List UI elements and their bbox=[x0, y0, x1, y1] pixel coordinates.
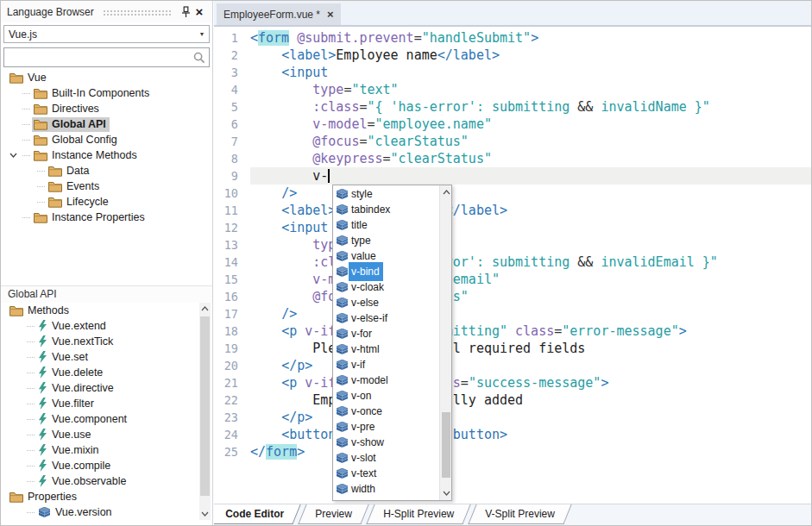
code-line-7[interactable]: 7 @focus="clearStatus" bbox=[214, 133, 812, 150]
tree-item-label: Vue.version bbox=[51, 505, 116, 520]
layers-icon bbox=[336, 235, 349, 247]
scroll-down-icon[interactable] bbox=[440, 487, 452, 499]
tree-item-vue-filter[interactable]: Vue.filter bbox=[1, 396, 212, 411]
method-icon bbox=[38, 366, 47, 379]
tree-connector bbox=[27, 512, 35, 513]
layers-icon bbox=[336, 297, 349, 309]
layers-icon bbox=[336, 282, 349, 293]
code-line-24[interactable]: 24 <button>Add Employee</button> bbox=[214, 426, 812, 443]
code-line-3[interactable]: 3 <input bbox=[214, 64, 812, 81]
language-dropdown[interactable]: Vue.js ▼ bbox=[3, 25, 210, 43]
code-line-9[interactable]: 9 v- bbox=[214, 167, 812, 185]
tree-connector bbox=[27, 466, 35, 467]
tab-code-editor[interactable]: Code Editor bbox=[214, 504, 301, 524]
code-line-23[interactable]: 23 </p> bbox=[214, 409, 812, 426]
scroll-down-icon[interactable] bbox=[199, 508, 211, 520]
folder-icon bbox=[48, 166, 62, 177]
tree-item-directives[interactable]: Directives bbox=[1, 101, 212, 116]
code-line-19[interactable]: 19 Please fill out all required fields bbox=[214, 340, 812, 357]
tree-item-lifecycle[interactable]: Lifecycle bbox=[1, 194, 212, 210]
tree-item-label: Vue.compile bbox=[47, 459, 114, 473]
chevron-expanded-icon[interactable] bbox=[9, 153, 20, 158]
tree-item-vue-use[interactable]: Vue.use bbox=[1, 427, 212, 442]
tree-connector bbox=[27, 326, 35, 327]
line-number: 13 bbox=[214, 236, 238, 254]
code-line-6[interactable]: 6 v-model="employee.name" bbox=[214, 116, 812, 133]
code-line-1[interactable]: 1<form @submit.prevent="handleSubmit"> bbox=[214, 29, 812, 47]
tab-employeeform-vue[interactable]: EmployeeForm.vue * × bbox=[217, 3, 341, 25]
code-line-18[interactable]: 18 <p v-if="error && submitting" class="… bbox=[214, 322, 812, 340]
scroll-up-icon[interactable] bbox=[199, 303, 211, 315]
code-line-21[interactable]: 21 <p v-if="success" class="success-mess… bbox=[214, 374, 812, 391]
tree-item-properties[interactable]: Properties bbox=[1, 489, 212, 504]
tree-item-global-config[interactable]: Global Config bbox=[1, 132, 212, 147]
tree-item-built-in-components[interactable]: Built-In Components bbox=[1, 85, 212, 101]
code-line-13[interactable]: 13 type="text" bbox=[214, 236, 812, 254]
tree-item-data[interactable]: Data bbox=[1, 163, 212, 178]
line-number: 7 bbox=[214, 133, 238, 150]
code-line-15[interactable]: 15 v-model="employee.email" bbox=[214, 271, 812, 288]
code-line-11[interactable]: 11 <label>Employee Email</label> bbox=[214, 202, 812, 219]
global-api-tree: MethodsVue.extendVue.nextTickVue.setVue.… bbox=[1, 303, 212, 520]
pin-icon[interactable] bbox=[179, 5, 192, 19]
code-line-4[interactable]: 4 type="text" bbox=[214, 81, 812, 98]
tree-item-vue-mixin[interactable]: Vue.mixin bbox=[1, 442, 212, 458]
code-text: v- bbox=[250, 167, 812, 185]
scrollbar-thumb[interactable] bbox=[442, 412, 450, 479]
tree-item-vue[interactable]: Vue bbox=[1, 70, 212, 85]
tree-item-label: Methods bbox=[23, 304, 72, 318]
code-line-12[interactable]: 12 <input bbox=[214, 219, 812, 236]
tree-item-label: Directives bbox=[47, 102, 103, 116]
section-header: Global API bbox=[1, 285, 212, 303]
tree-item-vue-extend[interactable]: Vue.extend bbox=[1, 318, 212, 334]
close-icon[interactable]: × bbox=[192, 5, 206, 19]
tree-item-events[interactable]: Events bbox=[1, 178, 212, 194]
tab-h-split-preview[interactable]: H-Split Preview bbox=[366, 504, 470, 524]
method-icon bbox=[38, 382, 47, 394]
tree-item-vue-nexttick[interactable]: Vue.nextTick bbox=[1, 334, 212, 349]
search-icon bbox=[190, 52, 209, 64]
tree-item-label: Vue.observable bbox=[47, 474, 129, 489]
code-line-16[interactable]: 16 @focus="clearStatus" bbox=[214, 288, 812, 305]
tree-item-vue-component[interactable]: Vue.component bbox=[1, 411, 212, 427]
tree-item-global-api[interactable]: Global API bbox=[1, 116, 212, 132]
code-line-17[interactable]: 17 /> bbox=[214, 305, 812, 322]
code-line-5[interactable]: 5 :class="{ 'has-error': submitting && i… bbox=[214, 98, 812, 116]
tree-item-methods[interactable]: Methods bbox=[1, 303, 212, 318]
code-line-20[interactable]: 20 </p> bbox=[214, 357, 812, 374]
left-panel-scrollbar[interactable] bbox=[199, 303, 211, 520]
tree-item-vue-directive[interactable]: Vue.directive bbox=[1, 380, 212, 396]
method-icon bbox=[38, 413, 47, 425]
scroll-up-icon[interactable] bbox=[440, 186, 452, 198]
tree-item-instance-properties[interactable]: Instance Properties bbox=[1, 210, 212, 225]
tree-item-instance-methods[interactable]: Instance Methods bbox=[1, 147, 212, 163]
tab-preview[interactable]: Preview bbox=[298, 504, 368, 524]
tree-item-vue-delete[interactable]: Vue.delete bbox=[1, 365, 212, 380]
tab-close-icon[interactable]: × bbox=[327, 8, 334, 21]
code-line-14[interactable]: 14 :class="{ 'has-error': submitting && … bbox=[214, 254, 812, 271]
tree-item-vue-set[interactable]: Vue.set bbox=[1, 349, 212, 365]
autocomplete-item-width[interactable]: width bbox=[333, 481, 439, 497]
scrollbar-thumb[interactable] bbox=[200, 316, 210, 496]
autocomplete-scrollbar[interactable] bbox=[439, 185, 451, 500]
tree-item-label: Vue.directive bbox=[47, 381, 117, 396]
code-line-10[interactable]: 10 /> bbox=[214, 185, 812, 202]
search-input[interactable] bbox=[4, 48, 190, 66]
tree-connector bbox=[27, 450, 35, 451]
tab-v-split-preview[interactable]: V-Split Preview bbox=[468, 504, 571, 524]
code-line-2[interactable]: 2 <label>Employee name</label> bbox=[214, 47, 812, 64]
code-line-22[interactable]: 22 Employee successfully added bbox=[214, 391, 812, 409]
code-text: <form @submit.prevent="handleSubmit"> bbox=[250, 29, 812, 47]
code-text: <label>Employee name</label> bbox=[250, 47, 812, 64]
tree-item-vue-version[interactable]: Vue.version bbox=[1, 504, 212, 520]
tree-item-vue-observable[interactable]: Vue.observable bbox=[1, 473, 212, 489]
tree-item-vue-compile[interactable]: Vue.compile bbox=[1, 458, 212, 473]
search-box bbox=[3, 47, 210, 67]
code-line-25[interactable]: 25</form> bbox=[214, 443, 812, 460]
drag-grip[interactable] bbox=[103, 9, 172, 16]
code-area[interactable]: 1<form @submit.prevent="handleSubmit">2 … bbox=[214, 28, 812, 504]
panel-titlebar[interactable]: Language Browser × bbox=[1, 1, 212, 22]
tree-connector bbox=[27, 388, 35, 389]
tab-label: V-Split Preview bbox=[485, 508, 555, 520]
code-line-8[interactable]: 8 @keypress="clearStatus" bbox=[214, 150, 812, 167]
